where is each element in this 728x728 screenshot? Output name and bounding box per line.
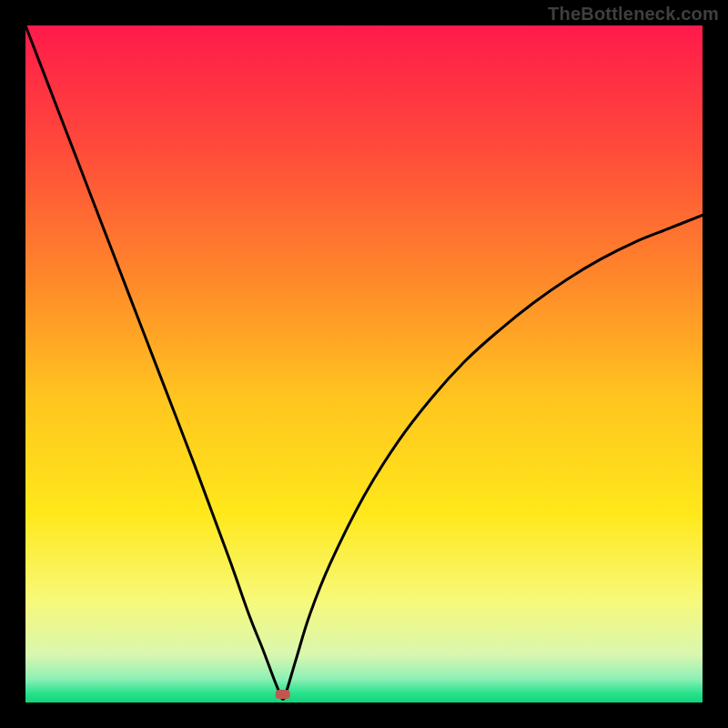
watermark-text: TheBottleneck.com	[548, 4, 719, 25]
bottleneck-chart	[25, 25, 703, 703]
chart-frame: TheBottleneck.com	[0, 0, 728, 728]
gradient-background	[25, 25, 703, 703]
optimum-marker	[276, 690, 290, 699]
plot-area	[25, 25, 703, 703]
